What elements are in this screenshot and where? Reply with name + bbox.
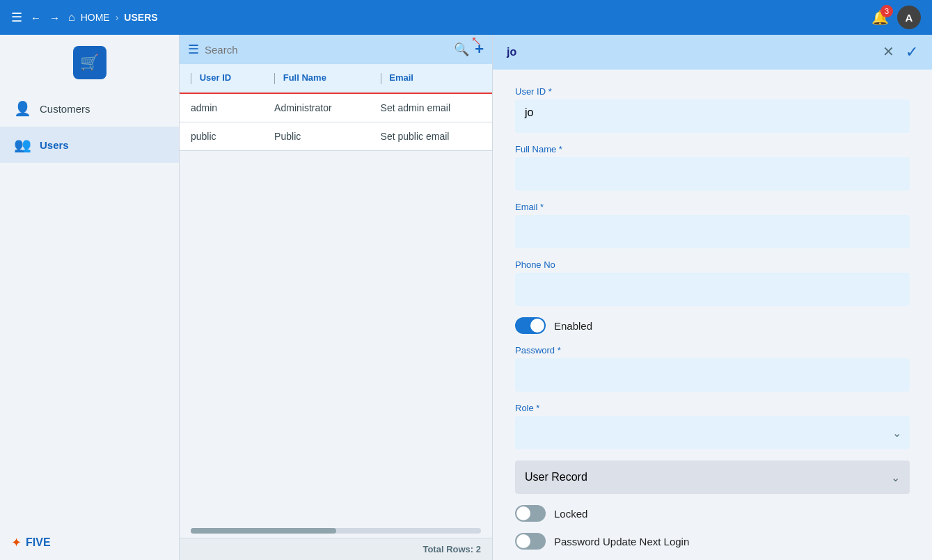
table-row[interactable]: admin Administrator Set admin email <box>180 93 492 122</box>
horizontal-scrollbar[interactable] <box>191 528 481 534</box>
user-record-select[interactable]: User Record ⌄ <box>515 461 910 494</box>
menu-icon[interactable]: ☰ <box>11 10 22 25</box>
password-update-label: Password Update Next Login <box>554 536 689 547</box>
password-input[interactable] <box>515 358 910 392</box>
password-field: Password * <box>515 345 910 392</box>
locked-toggle[interactable] <box>515 505 546 522</box>
password-update-toggle[interactable] <box>515 533 546 550</box>
col-sep <box>381 73 381 84</box>
password-update-toggle-row: Password Update Next Login <box>515 533 910 550</box>
table-row[interactable]: public Public Set public email <box>180 122 492 150</box>
role-chevron-icon: ⌄ <box>892 426 901 440</box>
detail-header: jo ✕ ✓ <box>493 35 932 70</box>
list-panel: ☰ 🔍 + ↑ User ID <box>180 35 493 560</box>
sidebar-footer: ✦ FIVE <box>0 525 179 560</box>
scrollbar-thumb[interactable] <box>191 528 336 534</box>
total-rows-label: Total Rows: 2 <box>422 544 481 554</box>
home-label[interactable]: HOME <box>81 12 110 23</box>
user-id-value: jo <box>525 106 533 118</box>
search-button[interactable]: 🔍 <box>454 42 469 57</box>
home-icon: ⌂ <box>68 11 75 24</box>
role-select[interactable]: ⌄ <box>515 416 910 449</box>
enabled-label: Enabled <box>554 320 592 332</box>
user-record-label: User Record <box>525 471 587 483</box>
sidebar: 🛒 👤 Customers 👥 Users ✦ FIVE <box>0 35 180 560</box>
header-actions: ✕ ✓ <box>883 43 918 61</box>
breadcrumb: ⌂ HOME › USERS <box>68 11 158 24</box>
users-icon: 👥 <box>14 136 31 153</box>
enabled-toggle-row: Enabled <box>515 317 910 334</box>
detail-form: User ID * jo Full Name * Email * <box>493 70 932 560</box>
user-record-field: User Record ⌄ <box>515 461 910 494</box>
cell-full-name: Public <box>263 122 370 150</box>
cell-email: Set public email <box>370 122 492 150</box>
phone-input[interactable] <box>515 273 910 306</box>
sidebar-logo: 🛒 <box>0 35 179 90</box>
col-email[interactable]: Email <box>370 64 492 93</box>
toolbar-wrapper: ☰ 🔍 + ↑ <box>180 35 492 64</box>
toggle-thumb <box>516 534 530 548</box>
users-breadcrumb: USERS <box>124 12 157 23</box>
toggle-thumb <box>516 506 530 520</box>
cell-user-id: admin <box>180 93 263 122</box>
list-toolbar: ☰ 🔍 + <box>180 35 492 64</box>
users-table: User ID Full Name Email <box>180 64 492 151</box>
locked-toggle-row: Locked <box>515 505 910 522</box>
enabled-toggle[interactable] <box>515 317 546 334</box>
role-select-wrapper: ⌄ <box>515 416 910 449</box>
full-name-input[interactable] <box>515 157 910 191</box>
five-star-icon: ✦ <box>11 535 22 550</box>
main-layout: 🛒 👤 Customers 👥 Users ✦ FIVE <box>0 35 932 560</box>
avatar[interactable]: A <box>897 6 921 29</box>
cell-full-name: Administrator <box>263 93 370 122</box>
col-full-name-label: Full Name <box>283 72 326 83</box>
user-id-label: User ID * <box>515 86 910 97</box>
forward-icon[interactable]: → <box>49 12 60 24</box>
notification-count: 3 <box>880 5 893 17</box>
phone-field: Phone No <box>515 259 910 306</box>
phone-label: Phone No <box>515 259 910 270</box>
close-button[interactable]: ✕ <box>883 43 894 61</box>
full-name-field: Full Name * <box>515 144 910 191</box>
cell-email: Set admin email <box>370 93 492 122</box>
filter-icon[interactable]: ☰ <box>188 42 199 57</box>
user-id-input[interactable]: jo <box>515 99 910 133</box>
table-container: User ID Full Name Email <box>180 64 492 524</box>
search-input[interactable] <box>205 44 448 56</box>
col-user-id-label: User ID <box>200 72 232 83</box>
five-text: FIVE <box>26 536 51 549</box>
breadcrumb-sep: › <box>116 12 119 23</box>
toggle-thumb <box>530 319 544 333</box>
detail-panel: jo ✕ ✓ User ID * jo Full Name * <box>493 35 932 560</box>
email-input[interactable] <box>515 215 910 248</box>
email-label: Email * <box>515 202 910 212</box>
col-full-name[interactable]: Full Name <box>263 64 370 93</box>
col-sep <box>274 73 275 84</box>
customers-icon: 👤 <box>14 100 31 117</box>
detail-title: jo <box>507 46 516 58</box>
sidebar-item-users[interactable]: 👥 Users <box>0 127 179 163</box>
logo-box: 🛒 <box>73 46 106 79</box>
cell-user-id: public <box>180 122 263 150</box>
notification-bell[interactable]: 🔔 3 <box>871 9 889 26</box>
top-nav: ☰ ← → ⌂ HOME › USERS 🔔 3 A <box>0 0 932 35</box>
back-icon[interactable]: ← <box>31 12 41 24</box>
role-label: Role * <box>515 403 910 413</box>
sidebar-item-label: Users <box>40 139 69 151</box>
table-footer: Total Rows: 2 <box>180 538 492 560</box>
password-label: Password * <box>515 345 910 355</box>
full-name-label: Full Name * <box>515 144 910 154</box>
col-email-label: Email <box>389 72 413 83</box>
col-sep <box>191 73 191 84</box>
five-logo: ✦ FIVE <box>11 535 51 550</box>
save-button[interactable]: ✓ <box>906 43 918 61</box>
user-id-field: User ID * jo <box>515 86 910 133</box>
logo-icon: 🛒 <box>80 54 99 72</box>
sidebar-item-customers[interactable]: 👤 Customers <box>0 90 179 127</box>
sidebar-nav: 👤 Customers 👥 Users <box>0 90 179 525</box>
col-user-id[interactable]: User ID <box>180 64 263 93</box>
sidebar-item-label: Customers <box>40 103 90 115</box>
user-record-chevron-icon: ⌄ <box>891 471 900 484</box>
locked-label: Locked <box>554 508 587 520</box>
role-field: Role * ⌄ <box>515 403 910 449</box>
